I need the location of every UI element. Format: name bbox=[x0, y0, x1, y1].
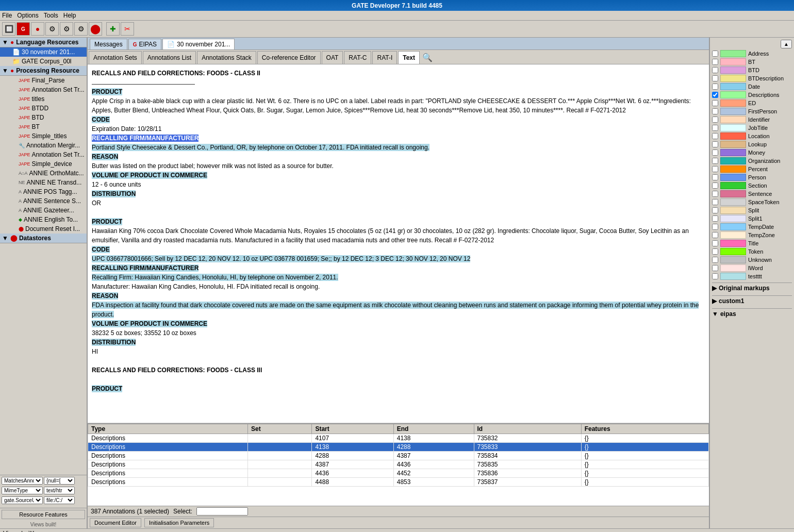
type-label-address[interactable]: Address bbox=[748, 51, 769, 57]
checkbox-btd[interactable] bbox=[712, 67, 718, 73]
search-icon-container[interactable]: 🔍 bbox=[421, 51, 434, 64]
type-label-btdescription[interactable]: BTDescription bbox=[748, 75, 784, 81]
processing-resources-header[interactable]: ▼ ● Processing Resource bbox=[0, 66, 87, 76]
document-reset[interactable]: ⬤ Document Reset I... bbox=[0, 224, 87, 234]
annie-english-tokenizer[interactable]: ◆ ANNIE English To... bbox=[0, 215, 87, 224]
final-parse[interactable]: JAPE Final_Parse bbox=[0, 76, 87, 85]
gear3-button[interactable]: ⚙ bbox=[74, 22, 88, 36]
document-30november[interactable]: 📄 30 november 201... bbox=[0, 47, 87, 57]
checkbox-percent[interactable] bbox=[712, 166, 718, 172]
datastores-header[interactable]: ▼ ⬤ Datastores bbox=[0, 234, 87, 243]
open-corpus-button[interactable]: ● bbox=[31, 22, 44, 36]
annie-ne-transd[interactable]: NE ANNIE NE Transd... bbox=[0, 178, 87, 187]
init-params-btn[interactable]: Initialisation Parameters bbox=[144, 518, 214, 527]
bt-item[interactable]: JAPE BT bbox=[0, 122, 87, 131]
type-label-spacetoken[interactable]: SpaceToken bbox=[748, 199, 780, 205]
simple-titles[interactable]: JAPE Simple_titles bbox=[0, 131, 87, 141]
checkbox-split[interactable] bbox=[712, 207, 718, 213]
resource-features-btn[interactable]: Resource Features bbox=[2, 510, 85, 519]
checkbox-section[interactable] bbox=[712, 182, 718, 189]
annotation-set-tr2[interactable]: JAPE Annotation Set Tr... bbox=[0, 150, 87, 159]
search-icon[interactable]: 🔍 bbox=[422, 53, 433, 62]
language-resources-header[interactable]: ▼ ● Language Resources bbox=[0, 38, 87, 47]
col-id[interactable]: Id bbox=[474, 424, 581, 434]
table-row[interactable]: Descriptions41074138735832{} bbox=[88, 434, 709, 443]
checkbox-ed[interactable] bbox=[712, 100, 718, 106]
menu-file[interactable]: File bbox=[2, 12, 12, 19]
type-label-organization[interactable]: Organization bbox=[748, 158, 780, 164]
type-label-money[interactable]: Money bbox=[748, 149, 765, 156]
type-label-split[interactable]: Split bbox=[748, 207, 759, 213]
simple-device[interactable]: JAPE Simple_device bbox=[0, 159, 87, 169]
collapse-right-btn[interactable]: ▲ bbox=[781, 40, 792, 48]
menu-help[interactable]: Help bbox=[63, 12, 76, 19]
table-row[interactable]: Descriptions42884387735834{} bbox=[88, 452, 709, 460]
menu-tools[interactable]: Tools bbox=[44, 12, 58, 19]
col-set[interactable]: Set bbox=[248, 424, 312, 434]
type-label-lword[interactable]: lWord bbox=[748, 265, 763, 271]
document-text-area[interactable]: RECALLS AND FIELD CORRECTIONS: FOODS - C… bbox=[88, 64, 709, 423]
red-circle-button[interactable]: ⬤ bbox=[89, 22, 102, 36]
tab-annotations-stack[interactable]: Annotations Stack bbox=[197, 51, 256, 64]
type-label-title[interactable]: Title bbox=[748, 240, 758, 246]
remove-button[interactable]: ✂ bbox=[121, 22, 134, 36]
annie-sentence[interactable]: A ANNIE Sentence S... bbox=[0, 196, 87, 206]
type-label-tempzone[interactable]: TempZone bbox=[748, 232, 775, 238]
checkbox-tempzone[interactable] bbox=[712, 232, 718, 238]
checkbox-descriptions[interactable] bbox=[712, 92, 718, 98]
new-button[interactable]: 🔲 bbox=[2, 22, 15, 36]
checkbox-address[interactable] bbox=[712, 51, 718, 57]
document-editor-btn[interactable]: Document Editor bbox=[90, 518, 141, 527]
checkbox-person[interactable] bbox=[712, 174, 718, 180]
checkbox-identifier[interactable] bbox=[712, 117, 718, 123]
col-start[interactable]: Start bbox=[312, 424, 393, 434]
eipas-tab[interactable]: G EIPAS bbox=[128, 39, 161, 49]
type-label-tempdate[interactable]: TempDate bbox=[748, 224, 774, 230]
checkbox-lookup[interactable] bbox=[712, 141, 718, 147]
type-label-sentence[interactable]: Sentence bbox=[748, 191, 772, 197]
annie-gazetteer[interactable]: A ANNIE Gazeteer... bbox=[0, 206, 87, 215]
custom1-header[interactable]: ▶ custom1 bbox=[712, 295, 792, 306]
checkbox-firstperson[interactable] bbox=[712, 108, 718, 114]
checkbox-organization[interactable] bbox=[712, 158, 718, 164]
type-label-person[interactable]: Person bbox=[748, 174, 766, 180]
tab-oat[interactable]: OAT bbox=[322, 51, 343, 64]
annie-ortho[interactable]: A⌂A ANNIE OrthoMatc... bbox=[0, 169, 87, 178]
type-label-location[interactable]: Location bbox=[748, 133, 770, 139]
col-type[interactable]: Type bbox=[88, 424, 248, 434]
type-label-lookup[interactable]: Lookup bbox=[748, 141, 767, 147]
tab-ratc[interactable]: RAT-C bbox=[344, 51, 371, 64]
mimetype-select[interactable]: MimeType bbox=[2, 487, 43, 494]
messages-tab[interactable]: Messages bbox=[90, 39, 127, 49]
checkbox-testttt[interactable] bbox=[712, 273, 718, 279]
annotation-set-tr1[interactable]: JAPE Annotation Set Tr... bbox=[0, 85, 87, 94]
checkbox-btdescription[interactable] bbox=[712, 75, 718, 81]
annie-pos-tagg[interactable]: A ANNIE POS Tagg... bbox=[0, 187, 87, 196]
tab-coreference[interactable]: Co-reference Editor bbox=[257, 51, 321, 64]
gate-logo-button[interactable]: G bbox=[16, 22, 30, 36]
type-label-percent[interactable]: Percent bbox=[748, 166, 768, 172]
type-label-firstperson[interactable]: FirstPerson bbox=[748, 108, 777, 114]
type-label-ed[interactable]: ED bbox=[748, 100, 756, 106]
gear-button[interactable]: ⚙ bbox=[45, 22, 59, 36]
type-label-unknown[interactable]: Unknown bbox=[748, 257, 772, 263]
tab-rati[interactable]: RAT-I bbox=[372, 51, 397, 64]
add-button[interactable]: ✚ bbox=[106, 22, 120, 36]
btdd-item[interactable]: JAPE BTDD bbox=[0, 104, 87, 113]
menu-options[interactable]: Options bbox=[17, 12, 38, 19]
checkbox-title[interactable] bbox=[712, 240, 718, 246]
checkbox-date[interactable] bbox=[712, 84, 718, 90]
titles-item[interactable]: JAPE titles bbox=[0, 94, 87, 104]
checkbox-lword[interactable] bbox=[712, 265, 718, 271]
tab-annotations-list[interactable]: Annotations List bbox=[143, 51, 196, 64]
col-features[interactable]: Features bbox=[581, 424, 708, 434]
checkbox-split1[interactable] bbox=[712, 215, 718, 222]
table-row[interactable]: Descriptions44884853735837{} bbox=[88, 478, 709, 487]
type-label-token[interactable]: Token bbox=[748, 248, 763, 255]
btd-item[interactable]: JAPE BTD bbox=[0, 113, 87, 122]
document-tab[interactable]: 📄 30 november 201... bbox=[162, 39, 235, 49]
gate-corpus[interactable]: 📁 GATE Corpus_00l bbox=[0, 57, 87, 66]
checkbox-bt[interactable] bbox=[712, 59, 718, 65]
tab-text[interactable]: Text bbox=[398, 51, 420, 64]
type-label-identifier[interactable]: Identifier bbox=[748, 117, 770, 123]
